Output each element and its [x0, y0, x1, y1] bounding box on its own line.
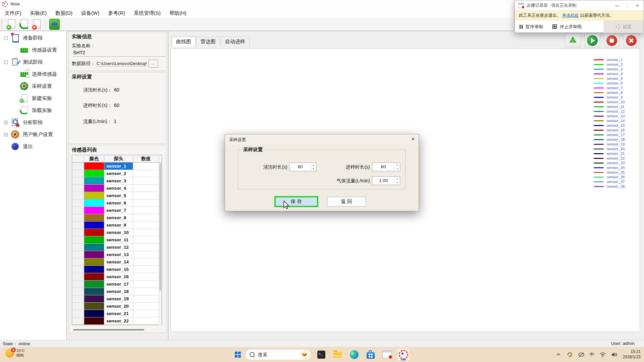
table-row[interactable]: sensor_15 — [72, 266, 162, 273]
taskbar-app-terminal[interactable] — [315, 349, 327, 361]
row-selector-cell[interactable] — [72, 214, 84, 221]
table-row[interactable]: sensor_12 — [72, 244, 162, 251]
row-selector-cell[interactable] — [72, 303, 84, 310]
probe-cell[interactable]: sensor_8 — [104, 214, 133, 221]
table-row[interactable]: sensor_17 — [72, 281, 162, 288]
menu-item[interactable]: 数据(D) — [55, 10, 72, 16]
wifi-icon[interactable] — [599, 352, 606, 357]
probe-cell[interactable]: sensor_22 — [104, 317, 133, 324]
probe-cell[interactable]: sensor_17 — [104, 281, 133, 288]
row-selector-cell[interactable] — [72, 281, 84, 288]
row-selector-cell[interactable] — [72, 192, 84, 199]
table-row[interactable]: sensor_13 — [72, 251, 162, 258]
browse-button[interactable]: ... — [149, 60, 158, 68]
menu-item[interactable]: 系统管理(S) — [134, 10, 161, 16]
wash-duration-stepper[interactable]: 60▲▼ — [289, 163, 316, 171]
sidebar-item[interactable]: + 用户账户设置 — [0, 128, 66, 140]
table-row[interactable]: sensor_19 — [72, 295, 162, 303]
play-icon[interactable] — [584, 33, 600, 48]
ime-indicator[interactable]: 中 — [590, 352, 594, 358]
row-selector-cell[interactable] — [72, 222, 84, 229]
probe-cell[interactable]: sensor_20 — [104, 303, 133, 310]
eye-off-icon[interactable] — [578, 352, 585, 357]
minimize-icon[interactable]: — — [612, 3, 622, 8]
probe-cell[interactable]: sensor_13 — [104, 251, 133, 258]
save-button[interactable]: 保 存 — [274, 196, 318, 207]
probe-cell[interactable]: sensor_18 — [104, 288, 133, 295]
table-row[interactable]: sensor_7 — [72, 207, 162, 214]
row-selector-cell[interactable] — [72, 236, 84, 243]
row-selector-cell[interactable] — [72, 229, 84, 236]
sidebar-item[interactable]: - 测试阶段 — [0, 56, 66, 68]
taskbar-clock[interactable]: 15:212026/1/23 — [623, 349, 641, 360]
gas-flow-stepper[interactable]: 1.00▲▼ — [372, 176, 400, 185]
volume-icon[interactable] — [611, 352, 618, 357]
probe-cell[interactable]: sensor_2 — [104, 170, 133, 177]
menu-item[interactable]: 参考(R) — [108, 10, 125, 16]
back-button[interactable]: 返 回 — [327, 197, 366, 206]
row-selector-cell[interactable] — [72, 273, 84, 280]
pause-recording-button[interactable]: 暂停录制 — [515, 20, 548, 33]
sidebar-item[interactable]: 加载实验 — [0, 104, 66, 116]
sync-icon[interactable] — [566, 351, 573, 358]
probe-cell[interactable]: sensor_21 — [104, 310, 133, 317]
probe-cell[interactable]: sensor_16 — [104, 273, 133, 280]
sidebar-item[interactable]: 新建实验 — [0, 92, 66, 104]
table-row[interactable]: sensor_11 — [72, 236, 162, 244]
table-row[interactable]: sensor_18 — [72, 288, 162, 295]
probe-cell[interactable]: sensor_19 — [104, 295, 133, 302]
taskbar-app-nose[interactable] — [397, 349, 410, 361]
table-row[interactable]: sensor_1 — [72, 163, 162, 170]
menu-item[interactable]: 实验(E) — [30, 10, 47, 16]
probe-cell[interactable]: sensor_6 — [104, 199, 133, 206]
table-row[interactable]: sensor_22 — [72, 317, 162, 325]
menu-item[interactable]: 帮助(H) — [169, 10, 186, 16]
table-row[interactable]: sensor_14 — [72, 258, 162, 266]
stop-icon[interactable] — [604, 33, 620, 48]
weather-widget[interactable]: 5 10°C晴朗 — [5, 349, 25, 358]
probe-cell[interactable]: sensor_5 — [104, 192, 133, 199]
row-selector-cell[interactable] — [72, 258, 84, 265]
taskbar-app-edge[interactable] — [348, 349, 360, 361]
tree-expand-box[interactable]: + — [4, 121, 8, 124]
chart-tab[interactable]: 雷达图 — [196, 37, 220, 47]
close-icon[interactable]: × — [632, 3, 642, 8]
sidebar-item[interactable]: 选择传感器 — [0, 68, 66, 80]
dialog-titlebar[interactable]: 采样设置 × — [225, 134, 419, 144]
table-row[interactable]: sensor_8 — [72, 214, 162, 222]
table-row[interactable]: sensor_2 — [72, 170, 162, 177]
probe-cell[interactable]: sensor_12 — [104, 244, 133, 251]
notice-link[interactable]: 单击此处 — [562, 13, 579, 18]
tree-expand-box[interactable]: - — [4, 60, 8, 64]
table-row[interactable]: sensor_16 — [72, 273, 162, 281]
probe-cell[interactable]: sensor_11 — [104, 236, 133, 243]
chart-tab[interactable]: 曲线图 — [172, 37, 196, 47]
new-experiment-icon[interactable] — [6, 19, 17, 30]
sidebar-item[interactable]: + 分析阶段 — [0, 116, 66, 128]
row-selector-cell[interactable] — [72, 244, 84, 251]
probe-cell[interactable]: sensor_3 — [104, 177, 133, 184]
table-row[interactable]: sensor_10 — [72, 229, 162, 236]
probe-cell[interactable]: sensor_7 — [104, 207, 133, 214]
table-vertical-scrollbar[interactable] — [159, 163, 162, 325]
probe-cell[interactable]: sensor_1 — [104, 163, 133, 170]
row-selector-cell[interactable] — [72, 251, 84, 258]
probe-cell[interactable]: sensor_4 — [104, 185, 133, 192]
row-selector-cell[interactable] — [72, 199, 84, 206]
data-path-value[interactable]: C:\Users\Lenovo\Desktop\tes — [97, 61, 147, 66]
chart-tab[interactable]: 自动进样 — [221, 37, 250, 47]
start-button[interactable] — [235, 352, 241, 358]
row-selector-cell[interactable] — [72, 163, 84, 170]
sidebar-item[interactable]: 传感器设置 — [0, 44, 66, 56]
probe-cell[interactable]: sensor_9 — [104, 222, 133, 229]
row-selector-cell[interactable] — [72, 185, 84, 192]
table-horizontal-scrollbar[interactable] — [72, 328, 162, 331]
table-row[interactable]: sensor_3 — [72, 177, 162, 185]
taskbar-app-file-explorer[interactable] — [332, 349, 344, 361]
recycle-icon[interactable] — [565, 33, 581, 48]
table-row[interactable]: sensor_4 — [72, 185, 162, 192]
table-row[interactable]: sensor_21 — [72, 310, 162, 317]
delete-experiment-icon[interactable] — [32, 19, 42, 30]
chevron-up-icon[interactable] — [556, 352, 561, 357]
experiment-name-input[interactable] — [72, 49, 166, 57]
